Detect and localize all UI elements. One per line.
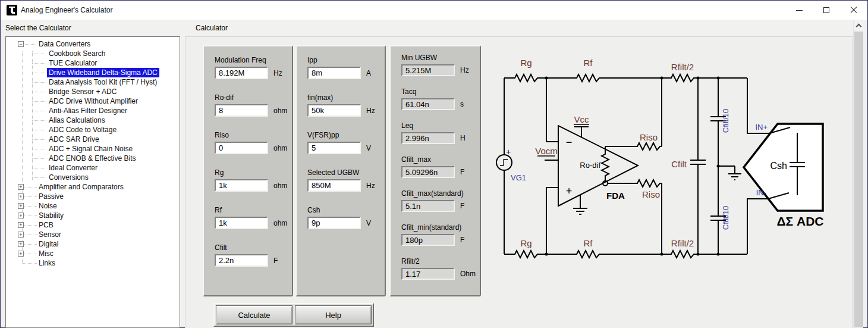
tree-item-digital[interactable]: Digital: [6, 239, 180, 249]
field-csh: Csh V: [307, 206, 385, 243]
field-label: Rg: [215, 168, 292, 177]
app-window: Analog Engineer's Calculator Select the …: [0, 0, 868, 328]
ipp-input[interactable]: [307, 67, 361, 79]
tree-item-adc-signal-chain-noise[interactable]: ADC + Signal Chain Noise: [6, 144, 180, 154]
unit-label: Hz: [273, 69, 282, 77]
tree-item-cookbook-search[interactable]: Cookbook Search: [6, 49, 180, 58]
field-rg: Rg ohm: [215, 168, 292, 206]
csh-label: Csh: [770, 161, 787, 171]
cfilt10-top-label: Cfilt/10: [721, 109, 730, 133]
selected-ugbw-input[interactable]: [307, 179, 361, 192]
tree-item-amplifier-and-comparators[interactable]: Amplifier and Comparators: [6, 182, 180, 192]
tree-item-stability[interactable]: Stability: [6, 211, 180, 220]
unit-label: Hz: [366, 182, 375, 190]
ro-dif-label: Ro-dif: [580, 161, 600, 170]
field-cfilt-max-standard: Cfilt_max(standard) 5.1nF: [401, 189, 480, 223]
field-ipp: Ipp A: [307, 56, 385, 93]
tree-item-anti-alias-filter-designer[interactable]: Anti-Alias Filter Designer: [6, 106, 180, 115]
tree-item-bridge-sensor-adc[interactable]: Bridge Sensor + ADC: [6, 87, 180, 96]
tree-item-ideal-converter[interactable]: Ideal Converter: [6, 163, 180, 173]
tree-item-drive-wideband-delta-sigma-adc[interactable]: Drive Wideband Delta-Sigma ADC: [6, 68, 180, 77]
tree-item-noise[interactable]: Noise: [6, 201, 180, 211]
resistor-rfilt-top: [669, 74, 696, 82]
field-label: Csh: [307, 206, 385, 214]
calculate-button[interactable]: Calculate: [216, 305, 293, 324]
unit-label: s: [460, 100, 464, 108]
minimize-button[interactable]: [785, 1, 813, 20]
tree-item-label: Amplifier and Comparators: [39, 182, 124, 192]
field-label: Rfilt/2: [401, 257, 480, 265]
unit-label: ohm: [273, 144, 287, 152]
tree-item-misc[interactable]: Misc: [6, 249, 180, 258]
help-button[interactable]: Help: [295, 305, 372, 324]
maximize-button[interactable]: [813, 1, 840, 20]
unit-label: Hz: [366, 107, 375, 115]
expander-plus-icon[interactable]: [18, 241, 24, 247]
close-button[interactable]: [840, 1, 867, 20]
field-label: Riso: [215, 131, 292, 139]
tree-item-label: Noise: [39, 201, 57, 211]
fda-label: FDA: [606, 190, 625, 201]
tree-item-tue-calculator[interactable]: TUE Calculator: [6, 58, 180, 68]
cfilt-input[interactable]: [215, 254, 268, 267]
rf-top-label: Rf: [584, 58, 593, 68]
leq-output: 2.996n: [401, 132, 455, 144]
expander-plus-icon[interactable]: [18, 203, 24, 209]
ro-dif-input[interactable]: [215, 104, 268, 117]
vg1-label: VG1: [511, 173, 526, 182]
resistor-rf-bottom: [575, 251, 601, 258]
tree-item-passive[interactable]: Passive: [6, 192, 180, 201]
tree-item-data-analysis-tool-kit[interactable]: Data Analysis Tool Kit (FFT / Hyst): [6, 77, 180, 87]
expander-plus-icon[interactable]: [18, 251, 24, 257]
minimize-icon: [796, 10, 803, 11]
tree-item-data-converters[interactable]: Data Converters: [6, 39, 180, 49]
rg-input[interactable]: [215, 179, 268, 192]
unit-label: Hz: [460, 66, 469, 74]
field-label: Selected UGBW: [307, 168, 385, 177]
tree-item-label: PCB: [39, 220, 54, 230]
expander-minus-icon[interactable]: [18, 41, 24, 47]
unit-label: V: [366, 219, 371, 227]
vg1-source-symbol: [496, 155, 512, 170]
resistor-riso-top: [636, 143, 662, 150]
expander-plus-icon[interactable]: [18, 232, 24, 238]
vertical-scrollbar[interactable]: [853, 20, 863, 328]
modulation-freq-input[interactable]: [215, 67, 268, 79]
tree-item-adc-drive-without-amplifier[interactable]: ADC Drive Without Amplifier: [6, 96, 180, 106]
field-ro-dif: Ro-dif ohm: [215, 93, 292, 131]
vocm-label: Vocm: [535, 146, 558, 156]
tree-item-links[interactable]: Links: [6, 258, 180, 268]
scroll-up-button[interactable]: [854, 20, 864, 30]
scrollbar-thumb[interactable]: [854, 32, 863, 327]
title-bar: Analog Engineer's Calculator: [1, 1, 867, 20]
ti-logo-icon: [7, 5, 17, 15]
tree-item-conversions[interactable]: Conversions: [6, 173, 180, 182]
vfsr-pp-input[interactable]: [307, 142, 361, 154]
field-vfsr-pp: V(FSR)pp V: [307, 131, 385, 168]
field-label: Min UGBW: [401, 54, 480, 62]
tree-item-adc-code-to-voltage[interactable]: ADC Code to Voltage: [6, 125, 180, 135]
field-rf: Rf ohm: [215, 206, 292, 243]
rf-input[interactable]: [215, 217, 268, 229]
expander-plus-icon[interactable]: [18, 193, 24, 199]
fin-max-input[interactable]: [307, 104, 361, 117]
tree-item-adc-enob-effective-bits[interactable]: ADC ENOB & Effective Bits: [6, 154, 180, 163]
unit-label: F: [460, 168, 464, 176]
tree-item-pcb[interactable]: PCB: [6, 220, 180, 230]
csh-input[interactable]: [307, 217, 361, 229]
tree-item-label: Data Analysis Tool Kit (FFT / Hyst): [49, 77, 157, 87]
input-group-1: Modulation Freq Hz Ro-dif ohm Riso ohm R…: [203, 45, 293, 296]
expander-plus-icon[interactable]: [18, 222, 24, 228]
unit-label: ohm: [273, 107, 287, 115]
cfilt10-bottom-label: Cfilt/10: [721, 206, 730, 230]
tree-item-sensor[interactable]: Sensor: [6, 230, 180, 239]
tree-item-label: TUE Calculator: [49, 58, 97, 68]
field-label: Cfilt_min(standard): [401, 223, 480, 232]
riso-input[interactable]: [215, 142, 268, 154]
rg-bottom-label: Rg: [520, 238, 532, 248]
resistor-rg-top: [513, 74, 539, 82]
tree-item-adc-sar-drive[interactable]: ADC SAR Drive: [6, 135, 180, 144]
expander-plus-icon[interactable]: [18, 213, 24, 218]
tree-item-alias-calculations[interactable]: Alias Calculations: [6, 115, 180, 125]
expander-plus-icon[interactable]: [18, 184, 24, 190]
